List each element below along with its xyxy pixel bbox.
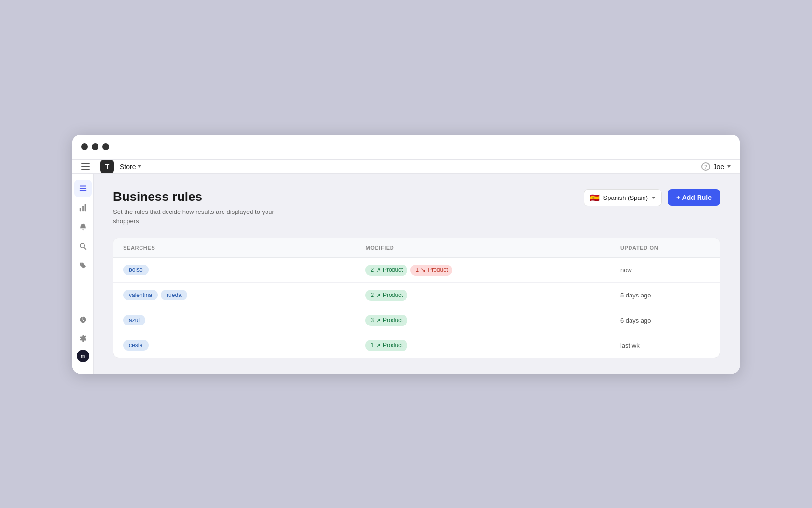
sidebar-item-search[interactable] [74,238,92,255]
sidebar-item-notifications[interactable] [74,218,92,236]
store-dropdown-icon [138,165,141,168]
page-title: Business rules [113,189,277,204]
main-content: Business rules Set the rules that decide… [94,174,740,374]
sidebar-item-settings[interactable] [74,330,92,348]
cell-modified: 2 ↗ Product1 ↘ Product [356,257,611,282]
cell-searches: cesta [113,333,356,358]
modifier-badge-boost: 1 ↗ Product [365,340,407,351]
col-header-updated-on: UPDATED ON [611,238,720,258]
minimize-button[interactable] [92,143,98,150]
modifier-badge-bury: 1 ↘ Product [410,265,452,276]
cell-updated-on: 6 days ago [611,308,720,333]
svg-line-7 [84,247,86,249]
app-window: T Store ? Joe [72,135,740,374]
cell-updated-on: now [611,257,720,282]
sidebar-item-analytics[interactable] [74,199,92,216]
cell-modified: 1 ↗ Product [356,333,611,358]
svg-rect-0 [79,185,86,186]
help-icon[interactable]: ? [701,162,710,171]
close-button[interactable] [81,143,88,150]
modifier-badge-boost: 2 ↗ Product [365,290,407,301]
cell-searches: valentinarueda [113,282,356,308]
user-avatar[interactable]: m [77,350,89,362]
table-row[interactable]: bolso2 ↗ Product1 ↘ Productnow [113,257,720,282]
cell-modified: 2 ↗ Product [356,282,611,308]
rules-table: SEARCHES MODIFIED UPDATED ON bolso2 ↗ Pr… [113,238,720,358]
search-tag: azul [123,315,145,325]
sidebar-item-tag[interactable] [74,257,92,274]
modifier-badge-boost: 3 ↗ Product [365,315,407,326]
add-rule-button[interactable]: + Add Rule [668,189,720,206]
search-tag: valentina [123,290,158,300]
language-selector[interactable]: 🇪🇸 Spanish (Spain) [584,189,662,206]
store-logo: T [100,160,114,173]
language-dropdown-icon [652,197,656,199]
username: Joe [713,163,724,170]
user-info[interactable]: ? Joe [701,162,731,171]
search-tag: rueda [161,290,187,300]
table-row[interactable]: valentinarueda2 ↗ Product5 days ago [113,282,720,308]
svg-rect-4 [82,206,84,211]
cell-modified: 3 ↗ Product [356,308,611,333]
titlebar [72,135,740,160]
table-row[interactable]: cesta1 ↗ Productlast wk [113,333,720,358]
maximize-button[interactable] [102,143,109,150]
svg-rect-2 [79,190,86,191]
search-tag: bolso [123,265,149,275]
svg-rect-5 [84,204,86,211]
user-dropdown-icon [727,165,731,168]
sidebar-item-menu[interactable] [74,180,92,197]
cell-updated-on: last wk [611,333,720,358]
search-tag: cesta [123,340,149,351]
page-header: Business rules Set the rules that decide… [113,189,720,226]
col-header-modified: MODIFIED [356,238,611,258]
menu-toggle[interactable] [81,160,95,173]
flag-icon: 🇪🇸 [590,193,600,202]
header-actions: 🇪🇸 Spanish (Spain) + Add Rule [584,189,721,206]
cell-updated-on: 5 days ago [611,282,720,308]
cell-searches: azul [113,308,356,333]
table-row[interactable]: azul3 ↗ Product6 days ago [113,308,720,333]
sidebar-item-history[interactable] [74,311,92,328]
svg-rect-3 [79,208,81,211]
svg-rect-1 [79,188,86,189]
rules-table-container: SEARCHES MODIFIED UPDATED ON bolso2 ↗ Pr… [113,238,720,358]
col-header-searches: SEARCHES [113,238,356,258]
cell-searches: bolso [113,257,356,282]
language-label: Spanish (Spain) [603,194,648,201]
modifier-badge-boost: 2 ↗ Product [365,265,407,276]
traffic-lights [81,143,109,150]
add-rule-label: + Add Rule [676,194,712,201]
topbar: T Store ? Joe [72,160,740,174]
page-subtitle: Set the rules that decide how results ar… [113,207,277,226]
sidebar: m [72,174,94,374]
store-selector[interactable]: Store [120,163,141,170]
